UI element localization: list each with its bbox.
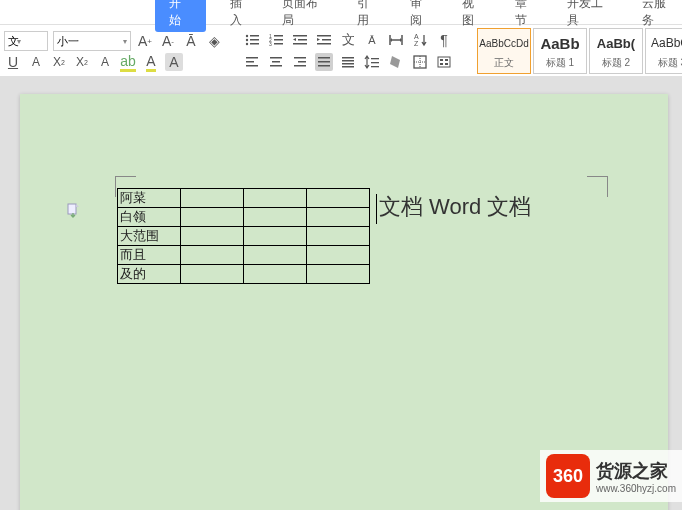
table-row: 及的 [118,265,370,284]
svg-rect-43 [440,59,443,61]
line-spacing-icon[interactable] [363,53,381,71]
align-justify-icon[interactable] [315,53,333,71]
style-normal[interactable]: AaBbCcDd 正文 [477,28,531,74]
svg-rect-21 [246,61,254,63]
style-heading-1[interactable]: AaBb 标题 1 [533,28,587,74]
svg-rect-37 [371,62,379,63]
svg-rect-38 [371,66,379,67]
underline-icon[interactable]: U [4,53,22,71]
document-page[interactable]: 阿菜 白领 大范围 而且 及的 文档 Word 文档 [20,94,668,510]
svg-rect-3 [250,39,259,41]
svg-rect-12 [293,35,307,37]
change-case-icon[interactable]: Ā [182,32,200,50]
svg-rect-5 [250,43,259,45]
svg-rect-25 [270,65,282,67]
svg-rect-36 [371,58,379,59]
svg-point-0 [246,35,248,37]
number-list-icon[interactable]: 123 [267,31,285,49]
watermark-url: www.360hyzj.com [596,483,676,494]
table-row: 而且 [118,246,370,265]
font-size-select[interactable]: 小一▾ [53,31,131,51]
svg-rect-31 [318,65,330,67]
styles-gallery: AaBbCcDd 正文 AaBb 标题 1 AaBb( 标题 2 AaBbC( … [477,28,682,74]
tab-reference[interactable]: 引用 [351,0,386,32]
watermark-title: 货源之家 [596,459,676,483]
svg-rect-23 [270,57,282,59]
tab-insert[interactable]: 插入 [224,0,259,32]
align-left-icon[interactable] [243,53,261,71]
svg-rect-45 [440,63,443,65]
svg-rect-7 [274,35,283,37]
character-shading-icon[interactable]: A [165,53,183,71]
align-distribute-icon[interactable] [339,53,357,71]
svg-rect-42 [438,57,450,67]
font-name-select[interactable]: 文▾ [4,31,48,51]
decrease-font-icon[interactable]: A- [159,32,177,50]
text-cursor [376,194,377,224]
font-color-a-icon[interactable]: A [27,53,45,71]
page-break-icon[interactable] [65,202,81,218]
borders-icon[interactable] [411,53,429,71]
svg-rect-11 [274,43,283,45]
table-row: 大范围 [118,227,370,246]
svg-rect-29 [318,57,330,59]
document-area: 阿菜 白领 大范围 而且 及的 文档 Word 文档 360 货源之家 www.… [0,76,682,510]
svg-rect-17 [317,43,331,45]
sort-icon[interactable]: AZ [411,31,429,49]
bullet-list-icon[interactable] [243,31,261,49]
svg-rect-15 [317,35,331,37]
increase-font-icon[interactable]: A+ [136,32,154,50]
watermark: 360 货源之家 www.360hyzj.com [540,450,682,502]
svg-rect-34 [342,63,354,65]
tab-start[interactable]: 开始 [155,0,206,32]
svg-rect-24 [272,61,280,63]
document-table[interactable]: 阿菜 白领 大范围 而且 及的 [117,188,370,284]
table-row: 白领 [118,208,370,227]
svg-rect-27 [298,61,306,63]
svg-rect-1 [250,35,259,37]
svg-text:3: 3 [269,41,272,47]
table-row: 阿菜 [118,189,370,208]
text-direction-icon[interactable]: 文 [339,31,357,49]
highlight-icon[interactable]: ab [119,53,137,71]
tab-review[interactable]: 审阅 [404,0,439,32]
svg-point-4 [246,43,248,45]
svg-rect-30 [318,61,330,63]
font-color-icon[interactable]: A [142,53,160,71]
svg-rect-32 [342,57,354,59]
svg-text:A: A [414,33,419,40]
svg-rect-13 [298,39,307,41]
svg-rect-26 [294,57,306,59]
decrease-indent-icon[interactable] [291,31,309,49]
tab-stops-icon[interactable] [435,53,453,71]
svg-rect-33 [342,60,354,62]
superscript-icon[interactable]: X2 [50,53,68,71]
ribbon-tabs: 开始 插入 页面布局 引用 审阅 视图 章节 开发工具 云服务 [0,0,682,25]
svg-rect-20 [246,57,258,59]
svg-rect-9 [274,39,283,41]
align-right-icon[interactable] [291,53,309,71]
watermark-badge-icon: 360 [546,454,590,498]
svg-rect-35 [342,66,354,68]
style-heading-3[interactable]: AaBbC( 标题 3 [645,28,682,74]
svg-point-2 [246,39,248,41]
show-marks-icon[interactable]: ¶ [435,31,453,49]
character-scaling-icon[interactable]: A [96,53,114,71]
style-heading-2[interactable]: AaBb( 标题 2 [589,28,643,74]
align-center-icon[interactable] [267,53,285,71]
asian-layout-icon[interactable]: Ā [363,31,381,49]
svg-rect-22 [246,65,258,67]
svg-rect-16 [322,39,331,41]
tab-layout[interactable]: 页面布局 [276,0,333,32]
ribbon-toolbar: 文▾ 小一▾ A+ A- Ā ◈ U A X2 X2 A ab A A 123 … [0,25,682,78]
document-title-text[interactable]: 文档 Word 文档 [379,192,531,222]
increase-indent-icon[interactable] [315,31,333,49]
fit-text-icon[interactable] [387,31,405,49]
shading-icon[interactable] [387,53,405,71]
subscript-icon[interactable]: X2 [73,53,91,71]
clear-format-icon[interactable]: ◈ [205,32,223,50]
svg-rect-28 [294,65,306,67]
svg-rect-14 [293,43,307,45]
svg-rect-44 [445,59,448,61]
svg-rect-46 [445,63,448,65]
